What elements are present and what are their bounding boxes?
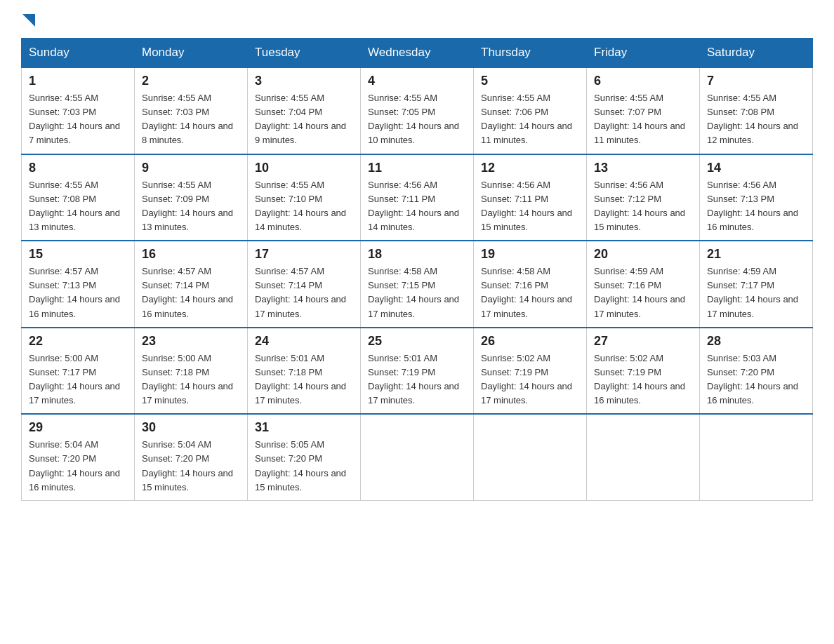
day-info: Sunrise: 4:57 AM Sunset: 7:13 PM Dayligh… [29,264,127,321]
calendar-week-row: 1 Sunrise: 4:55 AM Sunset: 7:03 PM Dayli… [22,67,813,154]
day-info: Sunrise: 5:02 AM Sunset: 7:19 PM Dayligh… [481,351,579,408]
calendar-day-cell [700,414,813,500]
day-number: 22 [29,334,127,349]
day-number: 2 [142,74,240,88]
day-number: 14 [707,161,805,175]
day-info: Sunrise: 4:55 AM Sunset: 7:04 PM Dayligh… [255,91,353,148]
calendar-day-cell: 24 Sunrise: 5:01 AM Sunset: 7:18 PM Dayl… [248,328,361,415]
day-number: 28 [707,334,805,349]
day-number: 18 [368,247,466,262]
calendar-day-cell: 29 Sunrise: 5:04 AM Sunset: 7:20 PM Dayl… [22,414,135,500]
day-info: Sunrise: 4:55 AM Sunset: 7:08 PM Dayligh… [707,91,805,148]
day-info: Sunrise: 5:01 AM Sunset: 7:18 PM Dayligh… [255,351,353,408]
day-info: Sunrise: 5:00 AM Sunset: 7:17 PM Dayligh… [29,351,127,408]
calendar-day-cell: 26 Sunrise: 5:02 AM Sunset: 7:19 PM Dayl… [474,328,587,415]
calendar-week-row: 22 Sunrise: 5:00 AM Sunset: 7:17 PM Dayl… [22,328,813,415]
header-monday: Monday [135,39,248,68]
day-info: Sunrise: 5:03 AM Sunset: 7:20 PM Dayligh… [707,351,805,408]
day-info: Sunrise: 4:55 AM Sunset: 7:05 PM Dayligh… [368,91,466,148]
calendar-day-cell: 17 Sunrise: 4:57 AM Sunset: 7:14 PM Dayl… [248,241,361,328]
day-number: 30 [142,420,240,435]
calendar-day-cell: 7 Sunrise: 4:55 AM Sunset: 7:08 PM Dayli… [700,67,813,154]
header-thursday: Thursday [474,39,587,68]
calendar-day-cell: 28 Sunrise: 5:03 AM Sunset: 7:20 PM Dayl… [700,328,813,415]
day-info: Sunrise: 4:58 AM Sunset: 7:16 PM Dayligh… [481,264,579,321]
calendar-day-cell: 11 Sunrise: 4:56 AM Sunset: 7:11 PM Dayl… [361,154,474,241]
calendar-day-cell: 3 Sunrise: 4:55 AM Sunset: 7:04 PM Dayli… [248,67,361,154]
day-number: 8 [29,161,127,175]
day-number: 23 [142,334,240,349]
calendar-day-cell: 1 Sunrise: 4:55 AM Sunset: 7:03 PM Dayli… [22,67,135,154]
day-info: Sunrise: 4:58 AM Sunset: 7:15 PM Dayligh… [368,264,466,321]
day-info: Sunrise: 5:04 AM Sunset: 7:20 PM Dayligh… [29,438,127,495]
day-info: Sunrise: 4:55 AM Sunset: 7:06 PM Dayligh… [481,91,579,148]
day-number: 16 [142,247,240,262]
calendar-day-cell: 14 Sunrise: 4:56 AM Sunset: 7:13 PM Dayl… [700,154,813,241]
day-number: 24 [255,334,353,349]
calendar-day-cell: 13 Sunrise: 4:56 AM Sunset: 7:12 PM Dayl… [587,154,700,241]
day-number: 12 [481,161,579,175]
day-number: 3 [255,74,353,88]
day-number: 11 [368,161,466,175]
day-info: Sunrise: 5:00 AM Sunset: 7:18 PM Dayligh… [142,351,240,408]
day-number: 5 [481,74,579,88]
day-info: Sunrise: 4:55 AM Sunset: 7:07 PM Dayligh… [594,91,692,148]
day-number: 26 [481,334,579,349]
day-info: Sunrise: 4:56 AM Sunset: 7:13 PM Dayligh… [707,178,805,235]
day-number: 4 [368,74,466,88]
day-info: Sunrise: 5:05 AM Sunset: 7:20 PM Dayligh… [255,438,353,495]
calendar-day-cell [587,414,700,500]
calendar-day-cell: 10 Sunrise: 4:55 AM Sunset: 7:10 PM Dayl… [248,154,361,241]
day-number: 1 [29,74,127,88]
day-number: 13 [594,161,692,175]
day-number: 25 [368,334,466,349]
logo [21,14,35,27]
weekday-header-row: Sunday Monday Tuesday Wednesday Thursday… [22,39,813,68]
svg-marker-0 [22,14,35,27]
day-info: Sunrise: 4:55 AM Sunset: 7:08 PM Dayligh… [29,178,127,235]
day-number: 17 [255,247,353,262]
day-info: Sunrise: 4:55 AM Sunset: 7:03 PM Dayligh… [29,91,127,148]
day-number: 7 [707,74,805,88]
day-number: 9 [142,161,240,175]
page-header [21,14,813,27]
calendar-day-cell: 18 Sunrise: 4:58 AM Sunset: 7:15 PM Dayl… [361,241,474,328]
calendar-day-cell: 16 Sunrise: 4:57 AM Sunset: 7:14 PM Dayl… [135,241,248,328]
day-info: Sunrise: 4:55 AM Sunset: 7:10 PM Dayligh… [255,178,353,235]
calendar-day-cell: 5 Sunrise: 4:55 AM Sunset: 7:06 PM Dayli… [474,67,587,154]
day-info: Sunrise: 4:55 AM Sunset: 7:09 PM Dayligh… [142,178,240,235]
day-number: 19 [481,247,579,262]
day-info: Sunrise: 4:59 AM Sunset: 7:16 PM Dayligh… [594,264,692,321]
header-tuesday: Tuesday [248,39,361,68]
day-number: 31 [255,420,353,435]
day-info: Sunrise: 4:59 AM Sunset: 7:17 PM Dayligh… [707,264,805,321]
header-saturday: Saturday [700,39,813,68]
calendar-day-cell: 6 Sunrise: 4:55 AM Sunset: 7:07 PM Dayli… [587,67,700,154]
day-number: 10 [255,161,353,175]
day-info: Sunrise: 4:55 AM Sunset: 7:03 PM Dayligh… [142,91,240,148]
calendar-day-cell: 2 Sunrise: 4:55 AM Sunset: 7:03 PM Dayli… [135,67,248,154]
calendar-day-cell: 12 Sunrise: 4:56 AM Sunset: 7:11 PM Dayl… [474,154,587,241]
calendar-day-cell: 22 Sunrise: 5:00 AM Sunset: 7:17 PM Dayl… [22,328,135,415]
header-friday: Friday [587,39,700,68]
day-info: Sunrise: 4:56 AM Sunset: 7:11 PM Dayligh… [481,178,579,235]
day-number: 27 [594,334,692,349]
day-info: Sunrise: 4:56 AM Sunset: 7:12 PM Dayligh… [594,178,692,235]
calendar-day-cell: 9 Sunrise: 4:55 AM Sunset: 7:09 PM Dayli… [135,154,248,241]
header-wednesday: Wednesday [361,39,474,68]
day-info: Sunrise: 5:04 AM Sunset: 7:20 PM Dayligh… [142,438,240,495]
day-info: Sunrise: 4:56 AM Sunset: 7:11 PM Dayligh… [368,178,466,235]
day-info: Sunrise: 5:02 AM Sunset: 7:19 PM Dayligh… [594,351,692,408]
logo-arrow-icon [22,14,35,27]
day-number: 15 [29,247,127,262]
day-number: 29 [29,420,127,435]
calendar-day-cell: 21 Sunrise: 4:59 AM Sunset: 7:17 PM Dayl… [700,241,813,328]
day-number: 6 [594,74,692,88]
day-number: 20 [594,247,692,262]
calendar-day-cell: 15 Sunrise: 4:57 AM Sunset: 7:13 PM Dayl… [22,241,135,328]
calendar-table: Sunday Monday Tuesday Wednesday Thursday… [21,38,813,501]
calendar-day-cell [474,414,587,500]
calendar-day-cell: 20 Sunrise: 4:59 AM Sunset: 7:16 PM Dayl… [587,241,700,328]
day-info: Sunrise: 5:01 AM Sunset: 7:19 PM Dayligh… [368,351,466,408]
calendar-day-cell: 31 Sunrise: 5:05 AM Sunset: 7:20 PM Dayl… [248,414,361,500]
